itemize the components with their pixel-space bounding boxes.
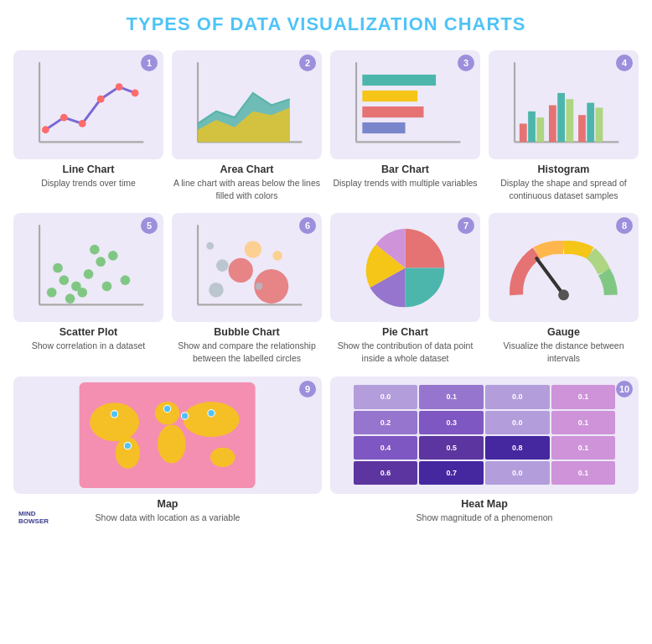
svg-rect-27	[587, 102, 594, 142]
chart-card-bar: 3 Bar Chart Display trends with multiple…	[330, 50, 480, 201]
svg-point-36	[96, 257, 106, 267]
chart-desc-pie: Show the contribution of data point insi…	[330, 340, 480, 364]
svg-point-66	[125, 442, 132, 449]
chart-desc-bubble: Show and compare the relationship betwee…	[172, 340, 322, 364]
badge-9: 9	[299, 381, 316, 397]
heatmap-grid: 0.00.10.00.10.20.30.00.10.40.50.80.10.60…	[354, 385, 616, 485]
svg-point-61	[210, 447, 235, 466]
svg-point-37	[108, 251, 118, 261]
chart-desc-heatmap: Show magnitude of a phenomenon	[417, 512, 553, 524]
brand-line1: MIND	[18, 510, 35, 517]
svg-point-35	[84, 269, 94, 279]
gauge-svg	[496, 219, 631, 317]
chart-box-line: 1	[13, 50, 163, 159]
svg-rect-25	[566, 99, 573, 142]
chart-desc-map: Show data with location as a variable	[96, 512, 241, 524]
heatmap-cell: 0.7	[419, 461, 484, 485]
svg-point-49	[245, 241, 261, 257]
chart-desc-scatter: Show correlation in a dataset	[32, 340, 145, 352]
chart-desc-gauge: Visualize the distance between intervals	[489, 340, 639, 364]
chart-box-bar: 3	[330, 50, 480, 159]
chart-box-gauge: 8	[489, 213, 639, 322]
chart-name-pie: Pie Chart	[382, 326, 428, 338]
svg-rect-28	[596, 107, 603, 142]
chart-box-heatmap: 10 0.00.10.00.10.20.30.00.10.40.50.80.10…	[330, 377, 639, 494]
badge-3: 3	[458, 55, 474, 71]
svg-point-42	[102, 281, 112, 291]
title-part1: TYPES OF DATA VISUALIZATION	[127, 13, 444, 34]
chart-name-bar: Bar Chart	[381, 164, 429, 175]
heatmap-cell: 0.2	[354, 411, 418, 434]
svg-rect-14	[362, 74, 436, 85]
heatmap-cell: 0.0	[485, 461, 550, 485]
chart-desc-area: A line chart with areas below the lines …	[172, 177, 322, 201]
chart-name-gauge: Gauge	[547, 326, 580, 338]
page-title: TYPES OF DATA VISUALIZATION CHARTS	[13, 13, 639, 35]
svg-point-65	[208, 409, 215, 416]
line-chart-svg	[21, 56, 156, 154]
chart-card-line: 1 Line Chart Display trends over time	[13, 50, 163, 201]
chart-name-bubble: Bubble Chart	[214, 326, 279, 338]
chart-name-line: Line Chart	[63, 164, 115, 175]
heatmap-cell: 0.5	[419, 436, 484, 460]
svg-point-60	[184, 402, 240, 437]
scatter-svg	[21, 219, 156, 317]
chart-card-gauge: 8 Gauge Visualize the distance between i…	[489, 213, 639, 364]
chart-card-bubble: 6 Bubble Chart Show and compare the rela…	[172, 213, 322, 364]
svg-point-63	[164, 405, 171, 412]
svg-point-48	[216, 259, 229, 272]
heatmap-cell: 0.1	[419, 385, 484, 408]
badge-10: 10	[616, 381, 633, 397]
svg-point-3	[60, 113, 68, 121]
svg-rect-17	[362, 122, 405, 132]
badge-4: 4	[616, 55, 633, 71]
bubble-svg	[179, 219, 314, 317]
svg-point-57	[116, 437, 140, 469]
heatmap-cell: 0.8	[485, 436, 550, 460]
svg-point-54	[558, 289, 569, 300]
chart-card-area: 2 Area Chart A line chart with areas bel…	[172, 50, 322, 201]
chart-card-pie: 7 Pie Chart Show the contribution of dat…	[330, 213, 480, 364]
svg-point-7	[132, 89, 139, 96]
map-svg	[28, 382, 306, 488]
brand-logo: MIND BOWSER	[18, 511, 49, 526]
svg-point-34	[53, 263, 63, 273]
chart-card-histogram: 4 Histogram Display the shape and spread…	[489, 50, 639, 201]
svg-point-47	[209, 283, 224, 298]
chart-box-pie: 7	[330, 213, 480, 322]
svg-point-32	[59, 275, 69, 285]
svg-point-4	[79, 120, 86, 127]
title-part2: CHARTS	[444, 13, 526, 34]
heatmap-cell: 0.1	[551, 461, 616, 485]
svg-rect-26	[578, 115, 586, 142]
pie-svg	[338, 219, 473, 317]
chart-card-heatmap: 10 0.00.10.00.10.20.30.00.10.40.50.80.10…	[330, 377, 639, 524]
charts-grid-top: 1 Line Chart Display trends over time 2	[13, 50, 639, 201]
svg-point-62	[111, 410, 118, 417]
svg-point-38	[77, 288, 87, 298]
svg-point-52	[256, 283, 263, 290]
chart-name-area: Area Chart	[220, 164, 274, 175]
bar-chart-svg	[338, 56, 473, 154]
svg-point-31	[47, 288, 57, 298]
chart-box-scatter: 5	[13, 213, 163, 322]
chart-name-scatter: Scatter Plot	[60, 326, 117, 338]
chart-name-histogram: Histogram	[538, 164, 590, 175]
histogram-svg	[496, 56, 631, 154]
svg-line-53	[536, 258, 563, 294]
heatmap-cell: 0.1	[551, 436, 616, 460]
heatmap-cell: 0.4	[354, 436, 418, 460]
chart-desc-bar: Display trends with multiple variables	[333, 177, 477, 190]
svg-point-5	[97, 95, 105, 102]
heatmap-cell: 0.1	[551, 411, 616, 434]
heatmap-cell: 0.6	[354, 461, 418, 485]
svg-point-64	[182, 412, 189, 418]
chart-name-map: Map	[158, 498, 179, 510]
heatmap-cell: 0.0	[354, 385, 418, 408]
svg-rect-21	[528, 111, 536, 142]
svg-point-51	[206, 242, 214, 250]
svg-rect-20	[520, 123, 527, 142]
svg-point-46	[229, 258, 253, 283]
svg-point-59	[158, 424, 186, 463]
chart-box-histogram: 4	[489, 50, 639, 159]
